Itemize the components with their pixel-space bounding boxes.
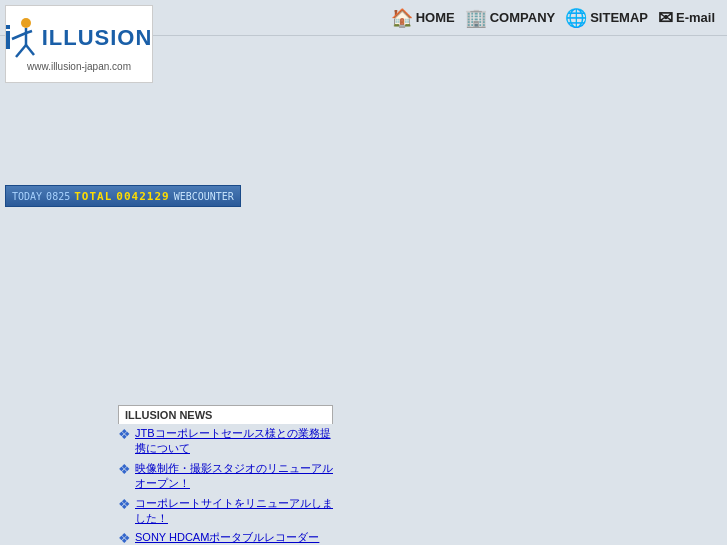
news-item: ❖ コーポレートサイトをリニューアルしました！ bbox=[118, 494, 333, 529]
nav-email[interactable]: ✉ E-mail bbox=[654, 5, 719, 31]
news-bullet-icon: ❖ bbox=[118, 497, 131, 511]
counter-webcounter-label: WEBCOUNTER bbox=[174, 191, 234, 202]
news-item: ❖ 映像制作・撮影スタジオのリニューアルオープン！ bbox=[118, 459, 333, 494]
counter-total-label: TOTAL bbox=[74, 190, 112, 203]
counter-bar: TODAY 0825 TOTAL 0042129 WEBCOUNTER bbox=[5, 185, 241, 207]
svg-point-0 bbox=[21, 18, 31, 28]
news-item: ❖ JTBコーポレートセールス様との業務提携について bbox=[118, 424, 333, 459]
counter-total-value: 0042129 bbox=[116, 190, 169, 203]
news-bullet-icon: ❖ bbox=[118, 531, 131, 545]
logo-text: ILLUSION bbox=[42, 25, 153, 51]
news-link[interactable]: 映像制作・撮影スタジオのリニューアルオープン！ bbox=[135, 461, 333, 492]
counter-area: TODAY 0825 TOTAL 0042129 WEBCOUNTER bbox=[5, 185, 241, 207]
nav-home[interactable]: 🏠 HOME bbox=[387, 5, 459, 31]
news-bullet-icon: ❖ bbox=[118, 427, 131, 441]
nav-sitemap[interactable]: 🌐 SITEMAP bbox=[561, 5, 652, 31]
nav-company[interactable]: 🏢 COMPANY bbox=[461, 5, 559, 31]
logo-icon: ILLUSION bbox=[6, 17, 153, 59]
news-bullet-icon: ❖ bbox=[118, 462, 131, 476]
svg-rect-6 bbox=[6, 25, 10, 29]
svg-line-5 bbox=[26, 45, 34, 55]
home-icon: 🏠 bbox=[391, 7, 413, 29]
nav-bar: 🏠 HOME 🏢 COMPANY 🌐 SITEMAP ✉ E-mail bbox=[387, 5, 719, 31]
news-list: ❖ JTBコーポレートセールス様との業務提携について ❖ 映像制作・撮影スタジオ… bbox=[118, 424, 333, 545]
news-link[interactable]: コーポレートサイトをリニューアルしました！ bbox=[135, 496, 333, 527]
company-label: COMPANY bbox=[490, 10, 555, 25]
logo-area: ILLUSION www.illusion-japan.com bbox=[5, 5, 153, 83]
sitemap-label: SITEMAP bbox=[590, 10, 648, 25]
news-link[interactable]: SONY HDCAMポータブルレコーダーHDW-790導入 bbox=[135, 530, 333, 545]
svg-line-2 bbox=[12, 33, 26, 39]
logo-box: ILLUSION www.illusion-japan.com bbox=[5, 5, 153, 83]
main-content bbox=[0, 36, 727, 545]
sitemap-icon: 🌐 bbox=[565, 7, 587, 29]
svg-line-4 bbox=[16, 45, 26, 57]
counter-today-value: 0825 bbox=[46, 191, 70, 202]
svg-rect-7 bbox=[6, 31, 10, 49]
news-section: ILLUSION NEWS ❖ JTBコーポレートセールス様との業務提携について… bbox=[118, 405, 338, 545]
news-header: ILLUSION NEWS bbox=[118, 405, 333, 424]
email-icon: ✉ bbox=[658, 7, 673, 29]
counter-today-label: TODAY bbox=[12, 191, 42, 202]
home-label: HOME bbox=[416, 10, 455, 25]
news-item: ❖ SONY HDCAMポータブルレコーダーHDW-790導入 bbox=[118, 528, 333, 545]
email-label: E-mail bbox=[676, 10, 715, 25]
company-icon: 🏢 bbox=[465, 7, 487, 29]
logo-url: www.illusion-japan.com bbox=[27, 61, 131, 72]
illusion-figure-icon bbox=[6, 17, 36, 59]
news-link[interactable]: JTBコーポレートセールス様との業務提携について bbox=[135, 426, 333, 457]
